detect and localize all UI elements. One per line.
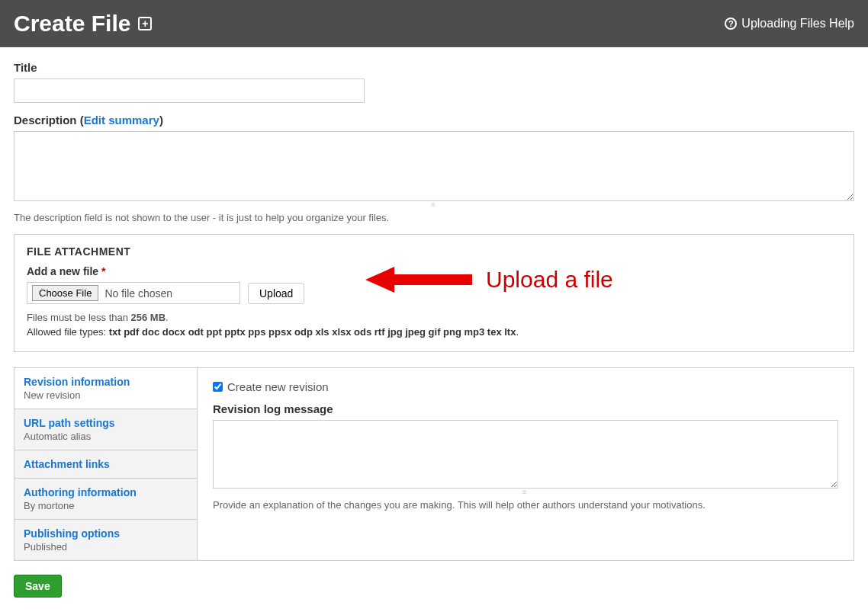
description-group: Description (Edit summary) ≡ The descrip… <box>14 114 854 223</box>
file-input-wrap[interactable]: Choose File No file chosen <box>27 282 240 304</box>
file-attachment-fieldset: FILE ATTACHMENT Add a new file * Choose … <box>14 234 854 352</box>
svg-marker-0 <box>365 267 472 293</box>
tab-url-path-settings[interactable]: URL path settings Automatic alias <box>14 409 197 450</box>
help-icon: ? <box>725 18 737 30</box>
description-label: Description (Edit summary) <box>14 114 854 127</box>
tab-revision-information[interactable]: Revision information New revision <box>14 368 197 409</box>
title-input[interactable] <box>14 79 365 103</box>
annotation-text: Upload a file <box>486 267 613 293</box>
tab-attachment-links[interactable]: Attachment links <box>14 450 197 479</box>
no-file-chosen-text: No file chosen <box>104 287 172 300</box>
annotation-arrow: Upload a file <box>365 265 613 294</box>
uploading-files-help-link[interactable]: ? Uploading Files Help <box>725 17 854 30</box>
required-mark: * <box>101 265 105 277</box>
revision-log-help: Provide an explanation of the changes yo… <box>213 499 838 511</box>
help-link-label: Uploading Files Help <box>741 17 854 30</box>
edit-summary-link[interactable]: Edit summary <box>84 114 159 127</box>
description-label-prefix: Description ( <box>14 114 84 127</box>
tab-authoring-information[interactable]: Authoring information By mortone <box>14 479 197 520</box>
file-size-help: Files must be less than 256 MB. <box>27 312 841 323</box>
save-button[interactable]: Save <box>14 575 62 598</box>
main-content: Title Description (Edit summary) ≡ The d… <box>0 47 868 611</box>
create-new-revision-label: Create new revision <box>227 380 329 393</box>
resize-handle-icon[interactable]: ≡ <box>213 490 838 495</box>
choose-file-button[interactable]: Choose File <box>32 285 98 301</box>
resize-handle-icon[interactable]: ≡ <box>14 203 854 207</box>
description-help-text: The description field is not shown to th… <box>14 212 854 223</box>
plus-icon[interactable]: + <box>138 17 152 30</box>
create-new-revision-row: Create new revision <box>213 380 838 393</box>
title-group: Title <box>14 61 854 103</box>
page-title-wrap: Create File + <box>14 11 152 37</box>
vertical-tabs-list: Revision information New revision URL pa… <box>14 368 198 560</box>
revision-log-label: Revision log message <box>213 402 838 415</box>
title-label: Title <box>14 61 854 74</box>
file-attachment-legend: FILE ATTACHMENT <box>27 245 841 258</box>
revision-tab-content: Create new revision Revision log message… <box>198 368 854 560</box>
upload-button[interactable]: Upload <box>248 283 304 304</box>
description-label-suffix: ) <box>159 114 163 127</box>
tab-publishing-options[interactable]: Publishing options Published <box>14 520 197 560</box>
vertical-tabs-panel: Revision information New revision URL pa… <box>14 367 854 561</box>
revision-log-textarea[interactable] <box>213 420 838 489</box>
description-textarea[interactable] <box>14 131 854 201</box>
arrow-icon <box>365 265 472 294</box>
file-types-help: Allowed file types: txt pdf doc docx odt… <box>27 326 841 338</box>
create-new-revision-checkbox[interactable] <box>213 382 223 392</box>
page-header: Create File + ? Uploading Files Help <box>0 0 868 47</box>
page-title: Create File <box>14 11 130 37</box>
